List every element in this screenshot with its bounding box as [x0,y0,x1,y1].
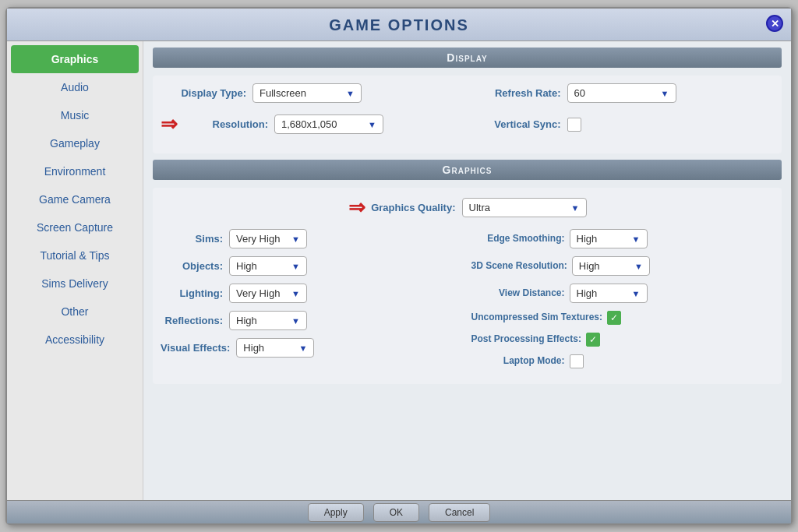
sims-row: Sims: Very High ▼ [161,229,464,248]
ok-button[interactable]: OK [373,503,419,522]
main-panel: Display Display Type: Fullscreen ▼ Refre… [143,41,791,500]
sidebar-item-tutorial-tips[interactable]: Tutorial & Tips [7,241,143,270]
uncompressed-row: Uncompressed Sim Textures: ✓ [471,311,775,325]
content-area: Graphics Audio Music Gameplay Environmen… [7,41,791,500]
reflections-label: Reflections: [161,315,223,326]
reflections-arrow-icon: ▼ [291,316,300,326]
display-section-content: Display Type: Fullscreen ▼ Refresh Rate:… [153,76,782,153]
resolution-value: 1,680x1,050 [281,118,337,130]
refresh-rate-arrow-icon: ▼ [661,89,669,98]
visual-effects-arrow-icon: ▼ [298,344,307,353]
graphics-quality-row: ⇒ Graphics Quality: Ultra ▼ [161,196,774,220]
resolution-arrow-icon: ▼ [368,120,376,129]
display-section-header: Display [153,48,782,68]
display-type-group: Display Type: Fullscreen ▼ [161,83,460,103]
vsync-label: Vertical Sync: [475,118,561,130]
reflections-dropdown[interactable]: High ▼ [229,311,307,330]
sidebar-item-accessibility[interactable]: Accessibility [7,326,143,354]
quality-arrow-indicator: ⇒ [348,196,365,220]
sidebar-item-graphics[interactable]: Graphics [11,45,139,73]
left-column: Sims: Very High ▼ Objects: High ▼ [161,229,464,376]
sidebar-item-gameplay[interactable]: Gameplay [7,129,143,157]
sims-label: Sims: [161,233,223,245]
vsync-checkbox[interactable] [567,118,581,132]
refresh-rate-label: Refresh Rate: [475,87,561,99]
laptop-mode-label: Laptop Mode: [471,355,565,368]
sims-arrow-icon: ▼ [291,234,300,244]
view-distance-row: View Distance: High ▼ [471,284,775,303]
scene-resolution-dropdown[interactable]: High ▼ [572,256,650,276]
reflections-row: Reflections: High ▼ [161,311,464,330]
graphics-quality-dropdown[interactable]: Ultra ▼ [462,198,587,217]
close-button[interactable]: ✕ [766,15,783,32]
display-type-value: Fullscreen [260,87,306,99]
post-processing-label: Post Processing Effects: [471,333,581,346]
post-processing-row: Post Processing Effects: ✓ [471,333,775,347]
sidebar-item-game-camera[interactable]: Game Camera [7,185,143,213]
sims-dropdown[interactable]: Very High ▼ [229,229,307,248]
scene-resolution-label: 3D Scene Resolution: [471,260,567,273]
edge-smoothing-dropdown[interactable]: High ▼ [570,229,648,248]
visual-effects-row: Visual Effects: High ▼ [161,338,464,358]
uncompressed-label: Uncompressed Sim Textures: [471,312,603,324]
scene-resolution-value: High [579,260,600,272]
display-type-label: Display Type: [161,87,246,99]
lighting-arrow-icon: ▼ [291,289,300,298]
right-column: Edge Smoothing: High ▼ 3D Scene Resoluti… [471,229,775,376]
vsync-group: Vertical Sync: [475,118,775,132]
lighting-dropdown[interactable]: Very High ▼ [229,284,307,303]
display-type-dropdown[interactable]: Fullscreen ▼ [252,83,362,103]
resolution-row: ⇒ Resolution: 1,680x1,050 ▼ Vertical Syn… [161,112,774,136]
edge-smoothing-label: Edge Smoothing: [471,233,565,245]
edge-smoothing-row: Edge Smoothing: High ▼ [471,229,775,248]
game-options-window: Game Options ✕ Graphics Audio Music Game… [5,7,793,525]
view-distance-arrow-icon: ▼ [632,289,641,298]
laptop-mode-row: Laptop Mode: [471,354,775,368]
objects-arrow-icon: ▼ [291,262,300,271]
view-distance-label: View Distance: [471,287,565,300]
resolution-group: ⇒ Resolution: 1,680x1,050 ▼ [161,112,460,136]
graphics-quality-label: Graphics Quality: [370,202,456,213]
visual-effects-dropdown[interactable]: High ▼ [236,338,314,358]
edge-smoothing-value: High [577,233,598,245]
post-processing-checkbox[interactable]: ✓ [586,333,600,347]
graphics-quality-arrow-icon: ▼ [571,203,580,213]
bottom-bar: Apply OK Cancel [7,500,791,523]
objects-label: Objects: [161,260,223,272]
objects-dropdown[interactable]: High ▼ [229,256,307,276]
objects-row: Objects: High ▼ [161,256,464,276]
sims-value: Very High [236,233,280,245]
sidebar-item-music[interactable]: Music [7,101,143,129]
resolution-arrow-indicator: ⇒ [161,112,178,136]
sidebar-item-environment[interactable]: Environment [7,157,143,185]
resolution-label: Resolution: [182,118,268,130]
sidebar-item-sims-delivery[interactable]: Sims Delivery [7,270,143,298]
view-distance-value: High [577,287,598,299]
graphics-section-content: ⇒ Graphics Quality: Ultra ▼ Sims: [153,188,782,384]
cancel-button[interactable]: Cancel [429,503,490,522]
uncompressed-checkbox[interactable]: ✓ [607,311,621,325]
lighting-value: Very High [236,287,280,299]
apply-button[interactable]: Apply [308,503,364,522]
sidebar-item-screen-capture[interactable]: Screen Capture [7,213,143,241]
view-distance-dropdown[interactable]: High ▼ [570,284,648,303]
display-type-row: Display Type: Fullscreen ▼ Refresh Rate:… [161,83,774,103]
refresh-rate-group: Refresh Rate: 60 ▼ [475,83,775,103]
window-title: Game Options [7,16,791,34]
refresh-rate-dropdown[interactable]: 60 ▼ [567,83,676,103]
display-type-arrow-icon: ▼ [346,89,355,98]
graphics-section-header: Graphics [153,160,782,180]
sidebar-item-audio[interactable]: Audio [7,73,143,101]
sidebar-item-other[interactable]: Other [7,298,143,326]
scene-resolution-row: 3D Scene Resolution: High ▼ [471,256,775,276]
lighting-row: Lighting: Very High ▼ [161,284,464,303]
graphics-settings-grid: Sims: Very High ▼ Objects: High ▼ [161,229,774,376]
graphics-quality-value: Ultra [469,202,490,213]
laptop-mode-checkbox[interactable] [570,354,584,368]
lighting-label: Lighting: [161,287,223,299]
visual-effects-value: High [243,342,264,354]
edge-smoothing-arrow-icon: ▼ [632,234,641,244]
reflections-value: High [236,315,257,326]
visual-effects-label: Visual Effects: [161,342,230,354]
resolution-dropdown[interactable]: 1,680x1,050 ▼ [274,115,383,134]
